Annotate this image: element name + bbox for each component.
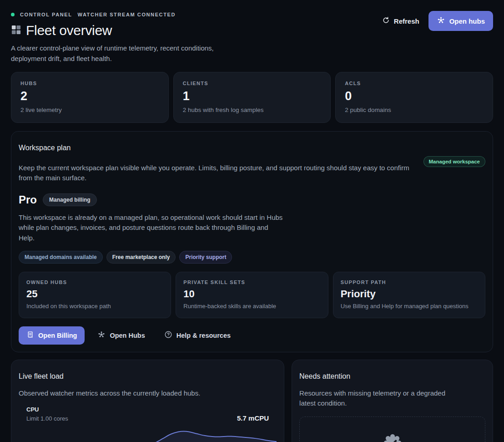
- page-title: Fleet overview: [26, 23, 112, 38]
- stat-card-private-skill-sets: PRIVATE SKILL SETS 10 Runtime-backed ski…: [176, 272, 328, 318]
- cpu-metric-labels: CPU Limit 1.00 cores: [26, 406, 68, 422]
- cpu-sparkline-chart: [19, 426, 277, 442]
- live-fleet-load-title: Live fleet load: [19, 372, 277, 381]
- hub-spoke-icon: [97, 330, 106, 340]
- open-hubs-secondary-button[interactable]: Open Hubs: [91, 326, 151, 345]
- status-label-control-panel: CONTROL PANEL: [20, 12, 72, 17]
- receipt-icon: [26, 331, 34, 340]
- workspace-plan-card: Workspace plan Managed workspace Keep th…: [11, 131, 493, 352]
- stat-hint: 2 hubs with fresh log samples: [183, 107, 322, 113]
- plan-name: Pro: [19, 193, 37, 206]
- chip-free-marketplace: Free marketplace only: [106, 251, 176, 264]
- workspace-actions: Open Billing Open Hubs: [19, 326, 485, 345]
- managed-billing-badge: Managed billing: [43, 193, 97, 206]
- open-hubs-button[interactable]: Open hubs: [428, 11, 493, 31]
- chip-priority-support: Priority support: [179, 251, 232, 264]
- stat-hint: 2 live telemetry: [20, 107, 159, 113]
- stat-label: PRIVATE SKILL SETS: [183, 279, 320, 285]
- plan-description: This workspace is already on a managed p…: [19, 213, 285, 244]
- cpu-metric: CPU Limit 1.00 cores 5.7 mCPU: [19, 406, 277, 442]
- stat-hint: 2 public domains: [345, 107, 484, 113]
- stat-hint: Included on this workspace path: [26, 303, 163, 310]
- needs-attention-title: Needs attention: [299, 372, 485, 381]
- open-hubs-label: Open hubs: [449, 17, 485, 25]
- workspace-plan-description: Keep the current workspace plan visible …: [19, 163, 421, 183]
- cpu-metric-head: CPU Limit 1.00 cores 5.7 mCPU: [19, 406, 277, 422]
- open-billing-label: Open Billing: [38, 332, 77, 339]
- stat-value: 1: [183, 89, 322, 103]
- page-subtitle: A clearer control-plane view of runtime …: [11, 43, 244, 64]
- page-header: CONTROL PANEL WATCHER STREAM CONNECTED F…: [11, 10, 493, 64]
- open-hubs-secondary-label: Open Hubs: [110, 332, 145, 339]
- stat-value: 0: [345, 89, 484, 103]
- help-resources-label: Help & resources: [176, 332, 231, 339]
- question-circle-icon: [164, 330, 172, 340]
- header-left: CONTROL PANEL WATCHER STREAM CONNECTED F…: [11, 10, 244, 64]
- live-fleet-load-description: Observed watcher metrics across the curr…: [19, 388, 277, 398]
- bottom-row: Live fleet load Observed watcher metrics…: [11, 360, 493, 442]
- dashboard-grid-icon: [11, 25, 21, 37]
- refresh-button[interactable]: Refresh: [376, 12, 426, 30]
- cpu-metric-value: 5.7 mCPU: [237, 414, 269, 422]
- status-green-dot: [11, 13, 15, 16]
- plan-row: Pro Managed billing: [19, 193, 485, 206]
- header-actions: Refresh Open hubs: [376, 11, 493, 31]
- needs-attention-description: Resources with missing telemetry or a de…: [299, 388, 462, 408]
- workspace-plan-title: Workspace plan: [19, 144, 485, 152]
- open-billing-button[interactable]: Open Billing: [19, 326, 85, 345]
- stat-label: ACLS: [345, 81, 484, 86]
- managed-workspace-badge: Managed workspace: [423, 156, 485, 167]
- plan-chips: Managed domains available Free marketpla…: [19, 251, 485, 264]
- stats-row: HUBS 2 2 live telemetry CLIENTS 1 2 hubs…: [11, 72, 493, 123]
- status-line: CONTROL PANEL WATCHER STREAM CONNECTED: [11, 12, 244, 17]
- verified-badge-icon: [382, 432, 403, 442]
- stat-value: 25: [26, 288, 163, 300]
- stat-card-owned-hubs: OWNED HUBS 25 Included on this workspace…: [19, 272, 171, 318]
- stat-hint: Use Billing and Help for managed plan qu…: [341, 303, 478, 310]
- stat-card-acls: ACLS 0 2 public domains: [335, 72, 493, 123]
- stat-value: Priority: [341, 288, 478, 300]
- cpu-metric-name: CPU: [26, 406, 68, 413]
- needs-attention-empty-state: [299, 417, 485, 442]
- stat-value: 2: [20, 89, 159, 103]
- refresh-icon: [382, 16, 390, 25]
- help-resources-button[interactable]: Help & resources: [158, 326, 237, 345]
- workspace-stats-row: OWNED HUBS 25 Included on this workspace…: [19, 272, 485, 318]
- stat-label: HUBS: [20, 81, 159, 86]
- stat-label: OWNED HUBS: [26, 279, 163, 285]
- live-fleet-load-card: Live fleet load Observed watcher metrics…: [11, 360, 284, 442]
- stat-hint: Runtime-backed skills are available: [183, 303, 320, 310]
- refresh-label: Refresh: [394, 17, 419, 25]
- hub-spoke-icon: [437, 16, 445, 26]
- status-label-watcher-stream: WATCHER STREAM CONNECTED: [78, 12, 176, 17]
- fleet-overview-page: CONTROL PANEL WATCHER STREAM CONNECTED F…: [0, 0, 504, 442]
- stat-card-support-path: SUPPORT PATH Priority Use Billing and He…: [333, 272, 485, 318]
- stat-label: SUPPORT PATH: [341, 279, 478, 285]
- needs-attention-card: Needs attention Resources with missing t…: [292, 360, 493, 442]
- title-row: Fleet overview: [11, 23, 244, 38]
- stat-card-clients: CLIENTS 1 2 hubs with fresh log samples: [173, 72, 331, 123]
- stat-card-hubs: HUBS 2 2 live telemetry: [11, 72, 169, 123]
- cpu-metric-limit: Limit 1.00 cores: [26, 415, 68, 422]
- stat-value: 10: [183, 288, 320, 300]
- chip-managed-domains: Managed domains available: [19, 251, 103, 264]
- stat-label: CLIENTS: [183, 81, 322, 86]
